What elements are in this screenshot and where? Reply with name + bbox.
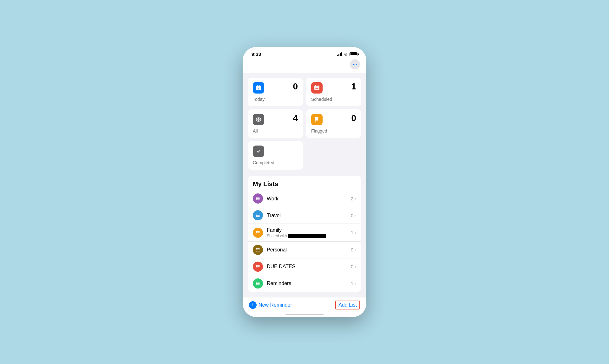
family-list-name: Family [267,227,348,233]
battery-icon [350,52,357,56]
all-icon [253,114,264,125]
more-button[interactable]: ··· [350,59,360,69]
new-reminder-label: New Reminder [259,302,292,308]
reminders-list-name: Reminders [267,280,348,286]
smart-card-completed[interactable]: Completed [248,141,303,170]
svg-rect-7 [315,85,316,86]
work-list-info: Work [267,196,348,202]
my-lists-title: My Lists [248,176,361,190]
work-list-count: 2 [351,196,353,201]
travel-list-count: 0 [351,213,353,218]
redacted-name [288,234,326,238]
due-dates-list-count: 0 [351,264,353,269]
add-list-button[interactable]: Add List [335,301,360,309]
svg-point-35 [256,233,257,234]
smart-card-scheduled[interactable]: 1 Scheduled [306,78,361,106]
flagged-label: Flagged [311,128,356,133]
svg-point-41 [256,250,257,251]
svg-point-22 [256,198,257,199]
svg-point-52 [256,283,257,283]
svg-point-39 [256,248,257,249]
list-item-due-dates[interactable]: DUE DATES 0 › [248,258,361,275]
reminders-list-right: 1 › [351,281,356,286]
top-bar: ··· [243,58,366,73]
all-count: 4 [293,114,298,123]
today-label: Today [253,97,298,102]
svg-point-53 [256,284,257,285]
flagged-count: 0 [351,114,356,123]
flagged-icon [311,114,323,125]
svg-point-47 [256,267,257,268]
all-label: All [253,128,298,133]
list-item-work[interactable]: Work 2 › [248,190,361,207]
completed-label: Completed [253,160,298,165]
svg-point-11 [317,88,318,89]
personal-list-info: Personal [267,247,348,253]
reminders-list-count: 1 [351,281,353,286]
svg-rect-3 [259,85,260,86]
smart-card-all[interactable]: 4 All [248,109,303,138]
work-list-icon [253,193,263,204]
completed-icon [253,146,264,157]
travel-list-name: Travel [267,212,348,218]
new-reminder-plus-icon: + [249,301,257,309]
svg-point-28 [256,215,257,216]
status-bar: 9:33 ⊜ [243,47,366,58]
travel-list-info: Travel [267,212,348,218]
due-dates-list-icon [253,262,263,272]
svg-rect-2 [257,85,258,86]
signal-icon [337,52,343,56]
smart-card-today[interactable]: 1 0 Today [248,78,303,106]
family-shared-subtitle: Shared with [267,234,348,238]
svg-point-51 [256,282,257,282]
travel-list-right: 0 › [351,213,356,218]
family-list-right: 1 › [351,230,356,235]
personal-list-name: Personal [267,247,348,253]
today-icon: 1 [253,82,264,94]
svg-point-33 [256,231,257,231]
family-list-count: 1 [351,230,353,235]
svg-point-45 [256,265,257,265]
due-dates-list-info: DUE DATES [267,263,348,270]
svg-point-27 [256,214,257,214]
new-reminder-button[interactable]: + New Reminder [249,301,292,309]
scroll-content: 1 0 Today [243,73,366,317]
svg-point-17 [256,149,261,154]
list-item-travel[interactable]: Travel 0 › [248,207,361,224]
phone-frame: 9:33 ⊜ ··· [243,47,366,317]
due-dates-list-chevron: › [355,264,356,269]
personal-list-chevron: › [355,247,356,252]
wifi-icon: ⊜ [344,52,348,56]
scheduled-count: 1 [351,82,356,91]
smart-card-flagged[interactable]: 0 Flagged [306,109,361,138]
my-lists-section: My Lists Work [248,176,361,291]
family-list-chevron: › [355,230,356,235]
svg-point-34 [256,232,257,233]
svg-point-12 [318,88,318,89]
reminders-list-info: Reminders [267,280,348,286]
home-indicator [285,314,324,315]
due-dates-list-right: 0 › [351,264,356,269]
personal-list-icon [253,245,263,255]
svg-point-29 [256,216,257,217]
svg-point-23 [256,199,257,200]
travel-list-chevron: › [355,213,356,218]
svg-point-21 [256,197,257,198]
travel-list-icon [253,210,263,220]
list-item-reminders[interactable]: Reminders 1 › [248,275,361,292]
list-item-family[interactable]: Family Shared with 1 › [248,224,361,241]
list-item-personal[interactable]: Personal 0 › [248,242,361,258]
work-list-right: 2 › [351,196,356,201]
scheduled-icon [311,82,323,94]
status-time: 9:33 [252,51,261,57]
work-list-name: Work [267,196,348,202]
svg-point-10 [316,88,317,89]
family-list-icon [253,228,263,238]
svg-rect-8 [318,85,318,86]
svg-point-40 [256,249,257,250]
reminders-list-chevron: › [355,281,356,286]
smart-lists-grid: 1 0 Today [248,73,361,173]
svg-point-46 [256,266,257,267]
status-icons: ⊜ [337,52,358,56]
personal-list-right: 0 › [351,247,356,252]
